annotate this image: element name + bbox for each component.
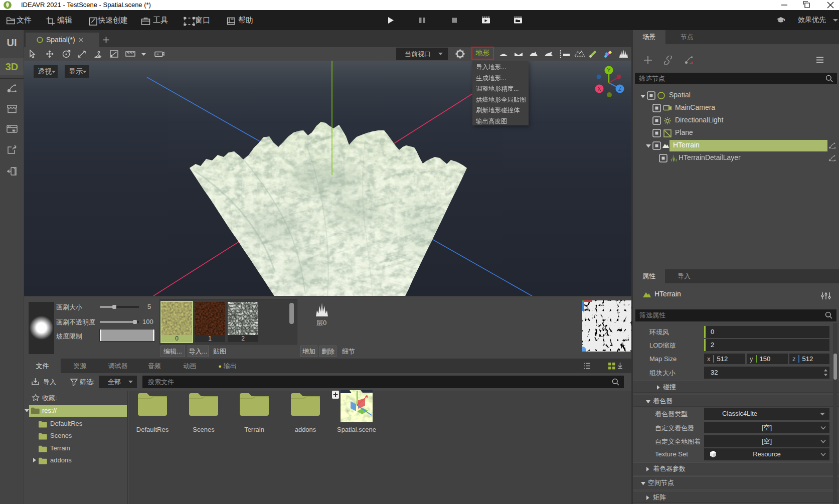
- svg-text:Y: Y: [607, 68, 611, 73]
- svg-text:X: X: [598, 86, 601, 92]
- svg-text:Z: Z: [618, 86, 621, 92]
